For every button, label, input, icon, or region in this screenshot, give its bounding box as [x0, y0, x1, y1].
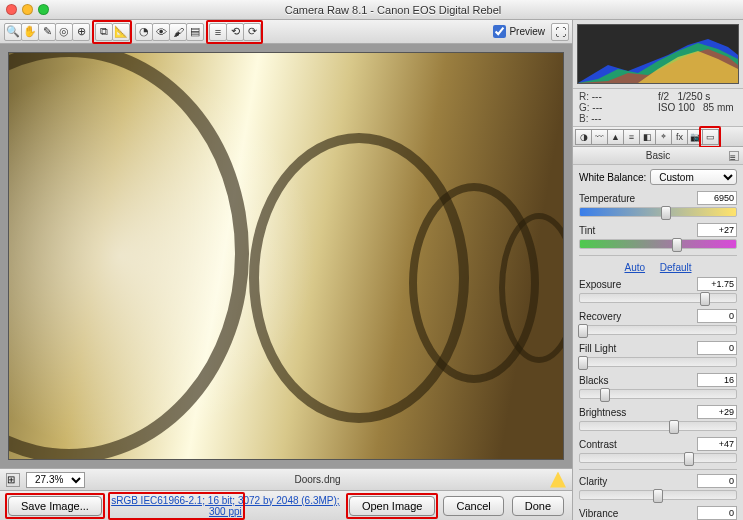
white-balance-select[interactable]: Custom [650, 169, 737, 185]
redeye-tool-icon[interactable]: 👁 [152, 23, 170, 41]
exposure-value[interactable] [697, 277, 737, 291]
vibrance-value[interactable] [697, 506, 737, 520]
crop-tool-icon[interactable]: ⧉ [95, 23, 113, 41]
vibrance-label: Vibrance [579, 508, 618, 519]
toolbar: 🔍 ✋ ✎ ◎ ⊕ ⧉ 📐 ◔ 👁 🖌 ▤ ≡ ⟲ ⟳ [0, 20, 572, 44]
filllight-slider[interactable] [579, 357, 737, 367]
readout-r: --- [592, 91, 602, 102]
exposure-label: Exposure [579, 279, 621, 290]
spot-removal-icon[interactable]: ◔ [135, 23, 153, 41]
brightness-slider[interactable] [579, 421, 737, 431]
preview-checkbox[interactable]: Preview [493, 25, 545, 38]
temp-value[interactable] [697, 191, 737, 205]
tab-detail-icon[interactable]: ▲ [607, 129, 624, 145]
histogram[interactable] [577, 24, 739, 84]
rotate-ccw-icon[interactable]: ⟲ [226, 23, 244, 41]
left-pane: 🔍 ✋ ✎ ◎ ⊕ ⧉ 📐 ◔ 👁 🖌 ▤ ≡ ⟲ ⟳ [0, 20, 573, 520]
temp-slider[interactable] [579, 207, 737, 217]
info-readout: R: --- G: --- B: --- f/2 1/250 s ISO 100… [573, 88, 743, 127]
blacks-value[interactable] [697, 373, 737, 387]
photo-preview [8, 52, 564, 460]
readout-aperture: f/2 [658, 91, 669, 102]
adjust-brush-icon[interactable]: 🖌 [169, 23, 187, 41]
grad-filter-icon[interactable]: ▤ [186, 23, 204, 41]
temp-label: Temperature [579, 193, 635, 204]
window-controls [6, 4, 49, 15]
basic-panel: White Balance: Custom Temperature Tint A… [573, 165, 743, 520]
hand-tool-icon[interactable]: ✋ [21, 23, 39, 41]
wb-label: White Balance: [579, 172, 646, 183]
straighten-tool-icon[interactable]: 📐 [112, 23, 130, 41]
panel-title: Basic ≡ [573, 147, 743, 165]
brightness-value[interactable] [697, 405, 737, 419]
highlight-workflow: sRGB IEC61966-2.1; 16 bit; 3072 by 2048 … [111, 495, 339, 517]
zoom-tool-icon[interactable]: 🔍 [4, 23, 22, 41]
open-image-button[interactable]: Open Image [349, 496, 436, 516]
color-sampler-icon[interactable]: ◎ [55, 23, 73, 41]
zoom-select[interactable]: 27.3% [26, 472, 85, 488]
filename-label: Doors.dng [91, 474, 544, 485]
tab-hsl-icon[interactable]: ≡ [623, 129, 640, 145]
highlight-save: Save Image... [8, 496, 102, 516]
readout-g: --- [592, 102, 602, 113]
right-pane: R: --- G: --- B: --- f/2 1/250 s ISO 100… [573, 20, 743, 520]
save-image-button[interactable]: Save Image... [8, 496, 102, 516]
exposure-slider[interactable] [579, 293, 737, 303]
filllight-label: Fill Light [579, 343, 616, 354]
readout-shutter: 1/250 s [677, 91, 710, 102]
readout-b: --- [591, 113, 601, 124]
tint-value[interactable] [697, 223, 737, 237]
zoom-window-icon[interactable] [38, 4, 49, 15]
clarity-slider[interactable] [579, 490, 737, 500]
titlebar: Camera Raw 8.1 - Canon EOS Digital Rebel [0, 0, 743, 20]
filllight-value[interactable] [697, 341, 737, 355]
tab-presets-icon[interactable]: ▭ [702, 129, 719, 145]
highlight-crop-group: ⧉ 📐 [95, 23, 129, 41]
preview-checkbox-input[interactable] [493, 25, 506, 38]
minimize-icon[interactable] [22, 4, 33, 15]
recovery-slider[interactable] [579, 325, 737, 335]
highlight-presets: ▭ [702, 129, 718, 145]
workflow-link[interactable]: sRGB IEC61966-2.1; 16 bit; 3072 by 2048 … [111, 495, 339, 517]
tab-curve-icon[interactable]: 〰 [591, 129, 608, 145]
highlight-rotate-group: ≡ ⟲ ⟳ [209, 23, 260, 41]
tint-label: Tint [579, 225, 595, 236]
tab-split-icon[interactable]: ◧ [639, 129, 656, 145]
clarity-value[interactable] [697, 474, 737, 488]
auto-link[interactable]: Auto [624, 262, 645, 273]
tab-basic-icon[interactable]: ◑ [575, 129, 592, 145]
recovery-label: Recovery [579, 311, 621, 322]
fullscreen-icon[interactable]: ⛶ [551, 23, 569, 41]
clarity-label: Clarity [579, 476, 607, 487]
default-link[interactable]: Default [660, 262, 692, 273]
status-bar: ⊞ 27.3% Doors.dng [0, 468, 572, 490]
done-button[interactable]: Done [512, 496, 564, 516]
readout-lens: 85 mm [703, 102, 734, 113]
tint-slider[interactable] [579, 239, 737, 249]
contrast-label: Contrast [579, 439, 617, 450]
window-title: Camera Raw 8.1 - Canon EOS Digital Rebel [49, 4, 737, 16]
wb-eyedropper-icon[interactable]: ✎ [38, 23, 56, 41]
warning-icon[interactable] [550, 472, 566, 488]
workflow-link-wrap: sRGB IEC61966-2.1; 16 bit; 3072 by 2048 … [110, 495, 341, 517]
tab-lens-icon[interactable]: ⌖ [655, 129, 672, 145]
panel-menu-icon[interactable]: ≡ [729, 151, 739, 161]
preview-label: Preview [509, 26, 545, 37]
prefs-icon[interactable]: ≡ [209, 23, 227, 41]
blacks-slider[interactable] [579, 389, 737, 399]
panel-tabs: ◑ 〰 ▲ ≡ ◧ ⌖ fx 📷 ▭ [573, 127, 743, 147]
readout-iso: ISO 100 [658, 102, 695, 113]
blacks-label: Blacks [579, 375, 608, 386]
tab-fx-icon[interactable]: fx [671, 129, 688, 145]
bottom-bar: Save Image... sRGB IEC61966-2.1; 16 bit;… [0, 490, 572, 520]
contrast-slider[interactable] [579, 453, 737, 463]
highlight-open: Open Image [349, 496, 436, 516]
close-icon[interactable] [6, 4, 17, 15]
contrast-value[interactable] [697, 437, 737, 451]
rotate-cw-icon[interactable]: ⟳ [243, 23, 261, 41]
target-adjust-icon[interactable]: ⊕ [72, 23, 90, 41]
zoom-grid-icon[interactable]: ⊞ [6, 473, 20, 487]
image-viewport[interactable] [0, 44, 572, 468]
cancel-button[interactable]: Cancel [443, 496, 503, 516]
recovery-value[interactable] [697, 309, 737, 323]
